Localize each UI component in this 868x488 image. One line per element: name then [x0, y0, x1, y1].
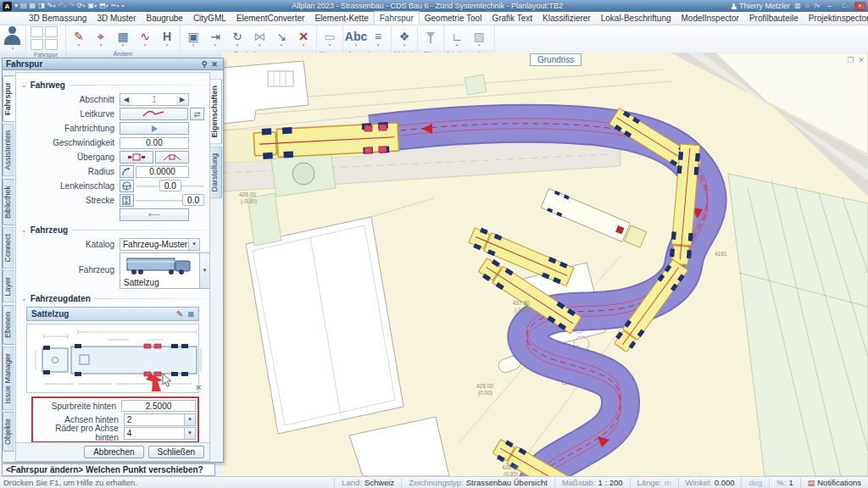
measure-icon[interactable]: ▭▾	[321, 30, 338, 47]
refresh-icon[interactable]: ⟳▾	[77, 2, 86, 10]
ribbon-tab-fahrspur[interactable]: Fahrspur	[374, 11, 420, 25]
leitkurve-button[interactable]	[120, 108, 188, 120]
vehicle-diagram[interactable]: ✕	[26, 324, 199, 393]
palette-tab-bibliothek[interactable]: Bibliothek	[3, 179, 14, 225]
reverse-direction-button[interactable]: ⇄	[190, 108, 204, 120]
allplan-logo-icon[interactable]: A	[3, 2, 12, 11]
modify-point-icon[interactable]: ⌖▾	[92, 30, 109, 47]
ribbon-tab-projektinspector[interactable]: Projektinspector	[804, 12, 868, 25]
spurbreite-hinten-input[interactable]	[121, 400, 196, 412]
status-massstab[interactable]: Maßstab:1 : 200	[554, 478, 630, 488]
stepper-next-icon[interactable]: ▶	[176, 94, 188, 105]
open-icon[interactable]: ▤	[20, 2, 27, 10]
lenkeinschlag-slider[interactable]: 0.0	[136, 180, 204, 192]
ribbon-tab-modelinspector[interactable]: ModelInspector	[676, 12, 744, 25]
raeder-pro-achse-select[interactable]: 4 ▼	[124, 427, 196, 440]
filter-funnel-icon[interactable]: ▾	[422, 32, 439, 44]
diagram-close-icon[interactable]: ✕	[195, 383, 202, 392]
palette-close-icon[interactable]: ✕	[209, 60, 220, 69]
fahrtrichtung-button[interactable]	[120, 122, 189, 135]
status-zeichnungstyp[interactable]: Zeichnungstyp:Strassenbau Übersicht	[401, 478, 554, 488]
status-notifications[interactable]: ▤ Notifications	[800, 478, 868, 488]
uebergang-in-button[interactable]	[120, 151, 153, 164]
lenkeinschlag-value[interactable]: 0.0	[159, 180, 181, 191]
radius-icon-button[interactable]	[120, 165, 134, 178]
strecke-slider[interactable]: 0.0	[136, 194, 204, 207]
palette-tab-eigenschaften[interactable]: Eigenschaften	[210, 79, 222, 145]
connect-icon[interactable]: ▥	[794, 2, 801, 10]
section-fahrweg[interactable]: ⌄ Fahrweg	[21, 80, 206, 90]
step-back-button[interactable]: ⟵	[120, 208, 189, 221]
close-dialog-button[interactable]: Schließen	[148, 446, 204, 458]
stepper-prev-icon[interactable]: ◀	[120, 94, 132, 105]
cancel-button[interactable]: Abbrechen	[84, 446, 143, 458]
help-icon[interactable]: ?▾	[814, 2, 820, 10]
strecke-icon-button[interactable]	[120, 194, 134, 207]
palette-tab-connect[interactable]: Connect	[3, 227, 14, 269]
ribbon-tab-3d-bemassung[interactable]: 3D Bemassung	[24, 12, 92, 25]
attribute-tag-icon[interactable]: ❖▾	[396, 30, 413, 47]
report-list-icon[interactable]: ≡▾	[370, 30, 387, 47]
view-close-icon[interactable]: ✕	[858, 56, 865, 64]
hatch-icon[interactable]: ▨▾	[470, 30, 487, 47]
edit-vehicle-pencil-icon[interactable]: ✎	[176, 309, 183, 319]
edit-icon[interactable]: ✎▾	[47, 2, 56, 10]
ribbon-tab-geometrie-tool[interactable]: Geometrie Tool	[420, 12, 487, 25]
geschwindigkeit-input[interactable]	[120, 137, 189, 149]
abschnitt-stepper[interactable]: ◀ 1 ▶	[120, 93, 189, 106]
scale-icon[interactable]: ↘▾	[273, 30, 290, 47]
logo-dropdown-icon[interactable]: ▾	[14, 2, 18, 10]
modify-pencil-icon[interactable]: ✎▾	[70, 30, 87, 47]
steering-wheel-button[interactable]	[120, 180, 134, 192]
copy-icon[interactable]: ▣▾	[185, 30, 202, 47]
tools-icon[interactable]: ✂▾	[111, 2, 120, 10]
achsen-hinten-select[interactable]: 2 ▼	[124, 413, 196, 426]
fahrspur-create-icon[interactable]	[31, 26, 43, 37]
shop-icon[interactable]: ⌂	[805, 2, 810, 10]
fahrspur-catalog-icon[interactable]	[31, 39, 43, 50]
palette-tab-ebenen[interactable]: Ebenen	[3, 305, 14, 345]
radius-input[interactable]	[136, 166, 189, 178]
ribbon-tab-element-kette[interactable]: Element-Kette	[309, 12, 373, 25]
save-icon[interactable]: ◨	[38, 2, 45, 10]
drawing-area[interactable]: 428.00(-0.80)437.80(-1.35)428.00(0.00)41…	[222, 53, 868, 476]
label-abc-icon[interactable]: Abc▾	[348, 30, 364, 47]
vehicle-table-icon[interactable]: ▦	[187, 310, 194, 318]
palette-title-bar[interactable]: Fahrspur ⚲ ✕	[3, 58, 223, 70]
axis-icon[interactable]: ∟▾	[448, 30, 465, 47]
ribbon-tab-lokal-beschriftung[interactable]: Lokal-Beschriftung	[596, 12, 676, 25]
modify-stretch-icon[interactable]: H▾	[159, 30, 175, 47]
palette-tab-layer[interactable]: Layer	[3, 270, 14, 303]
image-icon[interactable]: ▣▾	[88, 2, 97, 10]
settings-gear-icon[interactable]: ⚙	[844, 1, 852, 10]
user-account[interactable]: Thierry Metzler	[731, 2, 790, 10]
ribbon-tab-grafik-text[interactable]: Grafik Text	[487, 12, 537, 25]
section-fahrzeug[interactable]: ⌄ Fahrzeug	[21, 225, 206, 235]
mirror-icon[interactable]: ⋈▾	[251, 30, 268, 47]
palette-tab-assistenten[interactable]: Assistenten	[3, 124, 14, 177]
ribbon-tab-citygml[interactable]: CityGML	[188, 12, 231, 25]
status-winkel[interactable]: Winkel:0.000	[678, 478, 742, 488]
view-tab-grundriss[interactable]: Grundriss	[530, 53, 581, 66]
redo-icon[interactable]: ↷	[69, 2, 75, 10]
ribbon-tab-baugrube[interactable]: Baugrube	[142, 12, 188, 25]
strecke-value[interactable]: 0.0	[182, 194, 204, 206]
katalog-select[interactable]: Fahrzeug-Muster ▼	[120, 238, 200, 251]
ribbon-tab-profilbauteile[interactable]: Profilbauteile	[744, 12, 804, 25]
status-laenge[interactable]: Länge:m	[630, 478, 678, 488]
fahrspur-settings-icon[interactable]	[45, 39, 58, 50]
rotate-icon[interactable]: ↻▾	[229, 30, 246, 47]
move-icon[interactable]: ⇥▾	[207, 30, 224, 47]
actionbar-user-button[interactable]: ▾	[4, 26, 21, 50]
modify-properties-icon[interactable]: ▦▾	[114, 30, 131, 47]
dropdown-arrow-icon[interactable]: ▼	[188, 239, 199, 250]
uebergang-out-button[interactable]	[155, 151, 189, 164]
dropdown-arrow-icon[interactable]: ▼	[184, 414, 195, 425]
fahrzeug-dropdown-icon[interactable]: ▼	[200, 252, 210, 289]
palette-tab-fahrspur[interactable]: Fahrspur	[3, 75, 14, 122]
section-fahrzeugdaten[interactable]: ⌄ Fahrzeugdaten	[21, 294, 206, 303]
ribbon-tab-elementconverter[interactable]: ElementConverter	[231, 12, 310, 25]
palette-tab-darstellung[interactable]: Darstellung	[210, 147, 222, 199]
modify-curve-icon[interactable]: ∿▾	[136, 30, 153, 47]
undo-icon[interactable]: ↶▾	[58, 2, 66, 10]
